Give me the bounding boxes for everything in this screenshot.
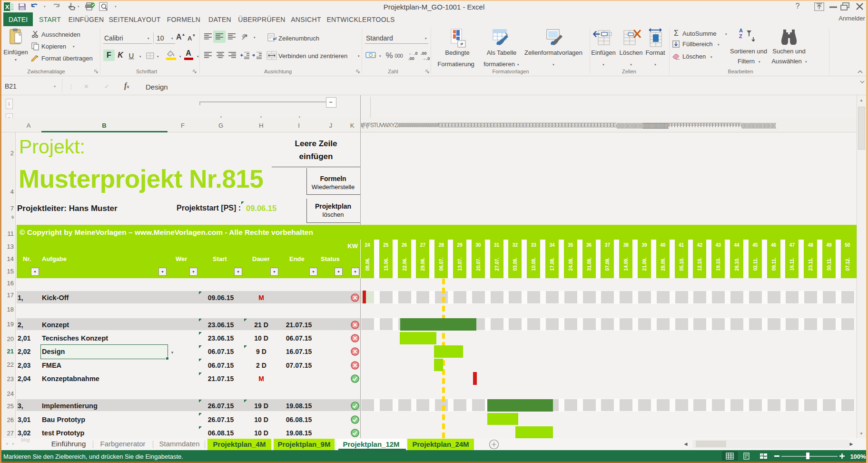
svg-text:X: X: [5, 3, 10, 10]
svg-text:≠: ≠: [460, 41, 463, 47]
svg-text:ab: ab: [241, 32, 247, 39]
